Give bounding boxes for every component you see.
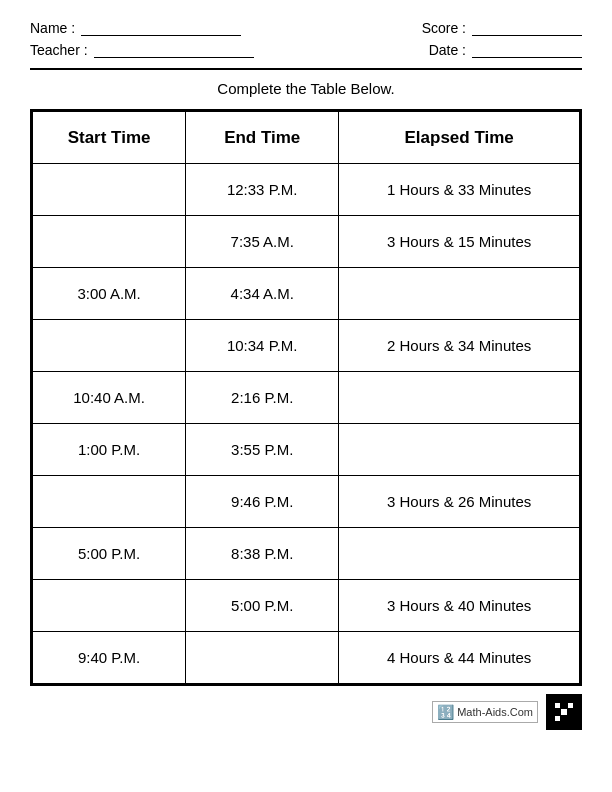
cell-elapsed-3[interactable]: 2 Hours & 34 Minutes <box>339 320 580 372</box>
col-header-elapsed: Elapsed Time <box>339 112 580 164</box>
main-table-wrapper: Start Time End Time Elapsed Time 12:33 P… <box>30 109 582 686</box>
cell-elapsed-2[interactable] <box>339 268 580 320</box>
cell-elapsed-1[interactable]: 3 Hours & 15 Minutes <box>339 216 580 268</box>
cell-start-9[interactable]: 9:40 P.M. <box>33 632 186 684</box>
table-row: 1:00 P.M.3:55 P.M. <box>33 424 580 476</box>
cell-end-4[interactable]: 2:16 P.M. <box>186 372 339 424</box>
table-row: 9:40 P.M.4 Hours & 44 Minutes <box>33 632 580 684</box>
cell-elapsed-7[interactable] <box>339 528 580 580</box>
cell-elapsed-5[interactable] <box>339 424 580 476</box>
logo-icon: 🔢 <box>437 704 454 720</box>
table-row: 3:00 A.M.4:34 A.M. <box>33 268 580 320</box>
cell-end-2[interactable]: 4:34 A.M. <box>186 268 339 320</box>
table-row: 12:33 P.M.1 Hours & 33 Minutes <box>33 164 580 216</box>
table-row: 9:46 P.M.3 Hours & 26 Minutes <box>33 476 580 528</box>
cell-start-6[interactable] <box>33 476 186 528</box>
teacher-label: Teacher : <box>30 42 88 58</box>
cell-start-1[interactable] <box>33 216 186 268</box>
cell-elapsed-8[interactable]: 3 Hours & 40 Minutes <box>339 580 580 632</box>
cell-start-8[interactable] <box>33 580 186 632</box>
cell-end-5[interactable]: 3:55 P.M. <box>186 424 339 476</box>
cell-end-1[interactable]: 7:35 A.M. <box>186 216 339 268</box>
instruction-text: Complete the Table Below. <box>30 80 582 97</box>
cell-end-6[interactable]: 9:46 P.M. <box>186 476 339 528</box>
header-row-2: Teacher : Date : <box>30 42 582 58</box>
table-row: 10:34 P.M.2 Hours & 34 Minutes <box>33 320 580 372</box>
footer-row: 🔢 Math-Aids.Com <box>30 694 582 730</box>
table-row: 5:00 P.M.3 Hours & 40 Minutes <box>33 580 580 632</box>
date-field: Date : <box>429 42 582 58</box>
name-input-line[interactable] <box>81 20 241 36</box>
col-header-start: Start Time <box>33 112 186 164</box>
teacher-field: Teacher : <box>30 42 254 58</box>
col-header-end: End Time <box>186 112 339 164</box>
table-row: 5:00 P.M.8:38 P.M. <box>33 528 580 580</box>
elapsed-time-table: Start Time End Time Elapsed Time 12:33 P… <box>32 111 580 684</box>
table-header-row: Start Time End Time Elapsed Time <box>33 112 580 164</box>
cell-start-5[interactable]: 1:00 P.M. <box>33 424 186 476</box>
score-label: Score : <box>422 20 466 36</box>
cell-end-8[interactable]: 5:00 P.M. <box>186 580 339 632</box>
cell-end-3[interactable]: 10:34 P.M. <box>186 320 339 372</box>
cell-elapsed-6[interactable]: 3 Hours & 26 Minutes <box>339 476 580 528</box>
cell-start-0[interactable] <box>33 164 186 216</box>
date-input-line[interactable] <box>472 42 582 58</box>
cell-start-7[interactable]: 5:00 P.M. <box>33 528 186 580</box>
cell-start-4[interactable]: 10:40 A.M. <box>33 372 186 424</box>
cell-end-9[interactable] <box>186 632 339 684</box>
header-row-1: Name : Score : <box>30 20 582 36</box>
cell-elapsed-0[interactable]: 1 Hours & 33 Minutes <box>339 164 580 216</box>
header-section: Name : Score : Teacher : Date : <box>30 20 582 58</box>
name-field: Name : <box>30 20 241 36</box>
table-row: 10:40 A.M.2:16 P.M. <box>33 372 580 424</box>
teacher-input-line[interactable] <box>94 42 254 58</box>
qr-code <box>546 694 582 730</box>
score-input-line[interactable] <box>472 20 582 36</box>
cell-end-0[interactable]: 12:33 P.M. <box>186 164 339 216</box>
score-field: Score : <box>422 20 582 36</box>
date-label: Date : <box>429 42 466 58</box>
cell-elapsed-4[interactable] <box>339 372 580 424</box>
cell-start-2[interactable]: 3:00 A.M. <box>33 268 186 320</box>
site-logo-box: 🔢 Math-Aids.Com <box>432 701 538 723</box>
cell-elapsed-9[interactable]: 4 Hours & 44 Minutes <box>339 632 580 684</box>
cell-start-3[interactable] <box>33 320 186 372</box>
table-row: 7:35 A.M.3 Hours & 15 Minutes <box>33 216 580 268</box>
cell-end-7[interactable]: 8:38 P.M. <box>186 528 339 580</box>
site-label: Math-Aids.Com <box>457 706 533 718</box>
header-divider <box>30 68 582 70</box>
name-label: Name : <box>30 20 75 36</box>
